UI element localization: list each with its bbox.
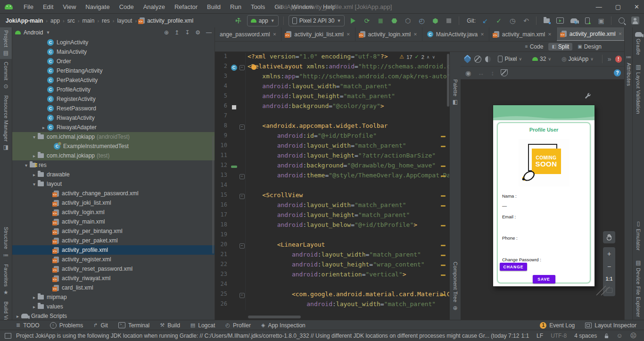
tree-item-gradle-scripts[interactable]: ▸Gradle Scripts — [12, 311, 215, 320]
menu-navigate[interactable]: Navigate — [81, 1, 114, 12]
breadcrumb-item-app[interactable]: app — [50, 17, 60, 24]
code-line[interactable]: 9 android:id="@+id/tbProfile" — [215, 132, 449, 142]
apply-code-changes-button[interactable]: ≣ — [375, 16, 386, 26]
tool-stripe-device-file-explorer[interactable]: ▤Device File Explorer — [633, 258, 644, 319]
tool-stripe-attributes[interactable]: ≔Attributes — [625, 52, 633, 88]
view-options-eye-icon[interactable]: ◉ — [465, 70, 471, 76]
code-line[interactable]: 7 — [215, 112, 449, 122]
render-wrench-icon[interactable] — [584, 92, 591, 101]
hide-panel-icon[interactable]: — — [206, 29, 212, 36]
pan-hand-button[interactable] — [603, 231, 615, 243]
tree-item-order[interactable]: COrder — [12, 57, 215, 66]
chevron-right-icon[interactable]: ▸ — [31, 153, 38, 158]
apply-changes-button[interactable]: ⟳ — [362, 16, 372, 26]
fold-marker[interactable]: − — [239, 174, 245, 179]
toolwindow-terminal[interactable]: >_Terminal — [118, 322, 149, 329]
tree-item-activity-login-xml[interactable]: activity_login.xml — [12, 208, 215, 217]
editor-tab-ange-password-xml[interactable]: ange_password.xml✕ — [215, 27, 281, 41]
warning-stripe-mark[interactable] — [441, 255, 446, 256]
tree-item-activity-main-xml[interactable]: activity_main.xml — [12, 217, 215, 226]
orientation-icon[interactable] — [474, 56, 481, 63]
code-line[interactable]: 16 android:layout_width="match_parent" — [215, 201, 449, 211]
expand-all-icon[interactable]: ↥ — [174, 29, 179, 36]
git-commit-button[interactable]: ✓ — [494, 16, 504, 26]
code-editor[interactable]: 1<?xml version="1.0" encoding="utf-8"?>2… — [215, 52, 449, 320]
code-line[interactable]: 21 android:layout_width="match_parent" — [215, 251, 449, 261]
toolwindow-profiler[interactable]: ◴Profiler — [225, 322, 251, 329]
code-line[interactable]: 17 android:layout_height="match_parent" — [215, 211, 449, 221]
chevron-right-icon[interactable]: ▸ — [40, 125, 47, 130]
tree-item-drawable[interactable]: ▸drawable — [12, 170, 215, 179]
tree-item-activity-change-password-xml[interactable]: activity_change_password.xml — [12, 189, 215, 198]
run-button[interactable] — [348, 16, 358, 26]
menu-build[interactable]: Build — [203, 1, 225, 12]
git-rollback-button[interactable]: ↶ — [521, 16, 531, 26]
tree-item-com-ichmal-jokiapp[interactable]: ▾com.ichmal.jokiapp(androidTest) — [12, 132, 215, 141]
color-preview-gray[interactable] — [232, 105, 236, 109]
tool-stripe-emulator[interactable]: ▯Emulator — [633, 218, 644, 252]
design-canvas[interactable]: Profile User COMING SOON — [461, 79, 626, 320]
toolwindow-todo[interactable]: ≣TODO — [16, 322, 40, 329]
toolwindow-logcat[interactable]: ▤Logcat — [190, 322, 215, 329]
maximize-button[interactable]: ▢ — [615, 3, 621, 10]
tool-stripe-favorites[interactable]: Favorites★ — [0, 261, 12, 299]
tool-stripe-structure[interactable]: Structure≔ — [0, 224, 12, 261]
toolwindow-toggle-icon[interactable] — [5, 333, 11, 339]
warning-stripe-mark[interactable] — [441, 225, 446, 226]
menu-edit[interactable]: Edit — [39, 1, 58, 12]
editor-tab-activity-joki-list-xml[interactable]: activity_joki_list.xml✕ — [281, 27, 355, 41]
night-mode-icon[interactable] — [485, 56, 491, 62]
code-line[interactable]: 5 android:layout_height="match_parent" — [215, 92, 449, 102]
code-line[interactable]: 15− <ScrollView — [215, 191, 449, 201]
inspections-widget[interactable]: ⚠ 17 ✓ 2 ∧ ∨ — [397, 53, 437, 60]
chevron-down-icon[interactable]: ▾ — [23, 163, 30, 168]
layout-inspector-button[interactable]: Layout Inspector — [585, 322, 636, 329]
tool-stripe-resource-manager[interactable]: Resource Manager◨ — [0, 92, 12, 153]
build-hammer-icon[interactable]: ⚒ — [233, 16, 244, 26]
breadcrumb-item-res[interactable]: res — [102, 17, 110, 24]
breadcrumb-item-jokiapp-main[interactable]: JokiApp-main — [6, 17, 43, 24]
happy-face-icon[interactable]: ☺ — [616, 332, 622, 339]
toolwindow-git[interactable]: ↱Git — [93, 322, 108, 329]
warning-stripe-mark[interactable] — [441, 245, 446, 246]
code-line[interactable]: 11 android:layout_height="?attr/actionBa… — [215, 152, 449, 162]
tree-item-activity-per-bintang-xml[interactable]: activity_per_bintang.xml — [12, 226, 215, 236]
menu-analyze[interactable]: Analyze — [139, 1, 169, 12]
zoom-out-button[interactable]: − — [607, 263, 611, 270]
device-select[interactable]: Pixel 2 API 30▼ — [289, 15, 345, 26]
save-button[interactable]: SAVE — [533, 275, 555, 283]
zoom-in-button[interactable]: + — [607, 250, 611, 257]
editor-tab-mainactivity-java[interactable]: CMainActivity.java✕ — [422, 27, 489, 41]
close-icon[interactable]: ✕ — [273, 32, 277, 37]
code-line[interactable]: 13− android:theme="@style/ThemeOverlay.A… — [215, 172, 449, 182]
tree-item-exampleinstrumentedtest[interactable]: CExampleInstrumentedTest — [12, 141, 215, 151]
status-message[interactable]: Project JokiApp is using the following J… — [16, 333, 521, 339]
breadcrumb-item-layout[interactable]: layout — [117, 17, 132, 24]
warning-stripe-mark[interactable] — [441, 265, 446, 266]
tree-item-riwayatactivity[interactable]: CRiwayatActivity — [12, 113, 215, 123]
editor-tab-activity-login-xml[interactable]: activity_login.xml✕ — [355, 27, 422, 41]
code-line[interactable]: 14 — [215, 182, 449, 191]
close-icon[interactable]: ✕ — [619, 32, 622, 36]
code-line[interactable]: 24 — [215, 281, 449, 291]
git-history-button[interactable]: ◷ — [507, 16, 518, 26]
tool-stripe-project[interactable]: Project▤ — [0, 27, 12, 59]
chevron-down-icon[interactable]: ▾ — [31, 182, 38, 187]
git-update-button[interactable]: ↙ — [480, 16, 490, 26]
attach-debugger-button[interactable]: ⬡ — [403, 16, 413, 26]
profile-low-overhead-button[interactable]: ⬢ — [430, 16, 440, 26]
mode-split[interactable]: ◧Split — [548, 43, 572, 50]
gradle-sync-icon[interactable]: ↻ — [569, 16, 579, 26]
tree-item-resetpassword[interactable]: CResetPassword — [12, 104, 215, 113]
breadcrumb-item-main[interactable]: main — [82, 17, 94, 24]
tree-item-loginactivity[interactable]: CLoginActivity — [12, 38, 215, 47]
chevron-right-icon[interactable]: ▸ — [31, 172, 38, 177]
tree-item-mainactivity[interactable]: CMainActivity — [12, 47, 215, 57]
tree-item-perpaketactivity[interactable]: CPerPaketActivity — [12, 75, 215, 85]
tree-item-res[interactable]: ▾res — [12, 160, 215, 170]
device-picker[interactable]: Pixel∨ — [495, 54, 525, 64]
chevron-right-icon[interactable]: ▸ — [31, 295, 38, 300]
menu-file[interactable]: File — [19, 1, 38, 12]
debug-button[interactable]: ⬣ — [389, 16, 399, 26]
render-error-badge[interactable]: ! — [615, 56, 622, 63]
